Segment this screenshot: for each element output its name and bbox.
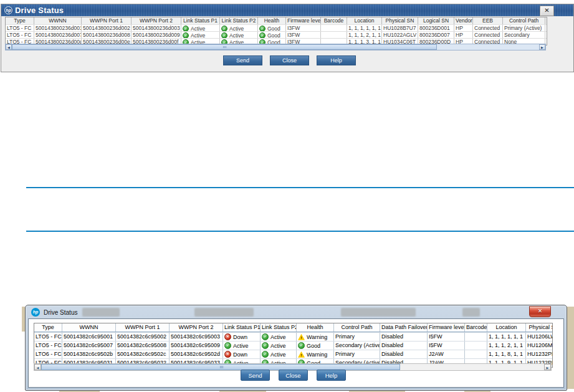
table-cell: 800236D007 — [418, 32, 454, 38]
table-row[interactable]: LTO6 - FC50014382c6c9502b50014382c6c9502… — [34, 350, 553, 358]
column-header[interactable]: WWPN Port 1 — [116, 323, 170, 332]
background-bleed — [194, 308, 254, 317]
table-cell: Disabled — [380, 342, 428, 350]
column-header[interactable]: EEB — [473, 17, 503, 24]
status-text: Good — [267, 32, 280, 38]
help-button[interactable]: Help — [317, 55, 356, 65]
section-divider-rule — [26, 187, 574, 188]
background-bleed — [82, 308, 120, 317]
status-text: Active — [270, 351, 286, 358]
column-header[interactable]: WWPN Port 1 — [82, 17, 132, 24]
status-ok-icon: ✓ — [183, 32, 189, 38]
scroll-left-icon[interactable]: ◀ — [34, 364, 41, 370]
column-header[interactable]: WWNN — [34, 17, 82, 24]
column-header[interactable]: Location — [347, 17, 382, 24]
status-ok-icon: ✓ — [262, 333, 269, 340]
status-text: Down — [233, 334, 247, 340]
status-ok-icon: ✓ — [262, 342, 269, 349]
scrollbar-track[interactable] — [437, 44, 539, 50]
column-header[interactable]: Firmware level — [286, 17, 321, 24]
table-cell: 800236D001 — [418, 25, 454, 31]
column-header[interactable]: WWPN Port 2 — [170, 323, 223, 332]
status-text: Down — [233, 351, 247, 358]
hp-logo-icon: hp — [4, 6, 12, 14]
table-cell: 500143800236d009 — [132, 32, 181, 38]
close-icon[interactable]: ✕ — [529, 306, 551, 317]
table-cell: ✓Good — [258, 25, 286, 31]
status-text: Active — [191, 32, 205, 38]
table-cell: ✓Active — [220, 25, 258, 31]
column-header[interactable]: Data Path Failover — [380, 323, 428, 332]
scrollbar-thumb[interactable] — [41, 364, 400, 370]
table-cell: HP — [454, 25, 473, 31]
column-header[interactable]: Firmware level — [428, 323, 465, 332]
table-cell: LTO5 - FC — [34, 342, 62, 350]
column-header[interactable]: Link Status P1 — [223, 323, 261, 332]
table-cell: 1, 1, 1, 2, 1, 1 — [347, 32, 382, 38]
table-cell: HP — [454, 32, 473, 38]
column-header[interactable]: Health — [258, 17, 286, 24]
table-cell: HU1028B7U7 — [382, 25, 418, 31]
status-text: Warning — [307, 334, 327, 340]
status-text: Active — [191, 26, 205, 31]
table-row[interactable]: LTO5 - FC50014382c6c9500750014382c6c9500… — [34, 341, 553, 350]
scroll-right-icon[interactable]: ▶ — [539, 44, 545, 50]
table-cell: 50014382c6c9502c — [116, 350, 170, 358]
column-header[interactable]: Vendor — [454, 17, 473, 24]
table-header-row: TypeWWNNWWPN Port 1WWPN Port 2Link Statu… — [6, 17, 547, 24]
drive-status-dialog-top: hp Drive Status ✕ TypeWWNNWWPN Port 1WWP… — [1, 4, 574, 72]
table-cell: ✓Active — [261, 342, 297, 350]
table-cell: 50014382c6c9502b — [62, 350, 116, 358]
column-header[interactable]: WWNN — [62, 323, 116, 332]
scrollbar-track[interactable] — [400, 364, 544, 370]
column-header[interactable]: Health — [297, 323, 334, 332]
table-cell: J2AW — [428, 350, 465, 358]
table-cell: 50014382c6c95002 — [116, 333, 170, 341]
table-row[interactable]: LTO5 - FC500143800236d001500143800236d00… — [6, 24, 547, 31]
send-button[interactable]: Send — [223, 55, 262, 65]
status-ok-icon: ✓ — [298, 342, 305, 349]
table-cell: Primary — [334, 350, 380, 358]
column-header[interactable]: Barcode — [321, 17, 347, 24]
scroll-left-icon[interactable]: ◀ — [6, 44, 12, 50]
column-header[interactable]: Link Status P1 — [181, 17, 220, 24]
drive-status-dialog-bottom: hp Drive Status ✕ TypeWWNNWWPN Port 1WWP… — [25, 305, 567, 391]
help-button[interactable]: Help — [317, 370, 346, 381]
background-bleed — [341, 308, 416, 317]
horizontal-scrollbar[interactable]: ◀ ▶ — [5, 44, 546, 50]
table-cell: Connected — [473, 32, 503, 38]
title-bar[interactable]: hp Drive Status — [26, 306, 566, 318]
column-header[interactable]: Barcode — [465, 323, 487, 332]
title-bar[interactable]: hp Drive Status — [1, 4, 573, 16]
scrollbar-thumb[interactable] — [12, 44, 437, 50]
column-header[interactable]: Type — [34, 323, 62, 332]
table-cell: Disabled — [380, 333, 428, 341]
column-header[interactable]: Link Status P2 — [220, 17, 258, 24]
background-bleed — [462, 308, 480, 317]
column-header[interactable]: Control Path — [334, 323, 380, 332]
column-header[interactable]: Control Path — [503, 17, 545, 24]
status-ok-icon: ✓ — [224, 342, 231, 349]
table-cell: 500143800236d001 — [34, 25, 82, 31]
column-header[interactable]: Type — [6, 17, 34, 24]
column-header[interactable]: Link Status P2 — [261, 323, 297, 332]
column-header[interactable]: Location — [487, 323, 526, 332]
column-header[interactable]: Physical S — [526, 323, 553, 332]
table-cell: LTO5 - FC — [6, 25, 34, 31]
column-header[interactable]: Physical SN — [382, 17, 418, 24]
send-button[interactable]: Send — [241, 370, 270, 381]
status-warn-icon: ! — [298, 334, 305, 340]
table-row[interactable]: LTO5 - FC500143800236d007500143800236d00… — [6, 31, 547, 38]
table-row[interactable]: LTO5 - FC50014382c6c9500150014382c6c9500… — [34, 332, 553, 341]
table-cell — [465, 342, 487, 350]
table-cell — [465, 350, 487, 358]
close-icon[interactable]: ✕ — [540, 6, 554, 16]
close-button[interactable]: Close — [270, 55, 309, 65]
scroll-right-icon[interactable]: ▶ — [544, 364, 551, 370]
table-cell: 50014382c6c95009 — [170, 342, 223, 350]
status-ok-icon: ✓ — [221, 26, 227, 31]
column-header[interactable]: Logical SN — [418, 17, 454, 24]
table-cell: 500143800236d002 — [82, 25, 132, 31]
column-header[interactable]: WWPN Port 2 — [132, 17, 181, 24]
close-button[interactable]: Close — [279, 370, 308, 381]
